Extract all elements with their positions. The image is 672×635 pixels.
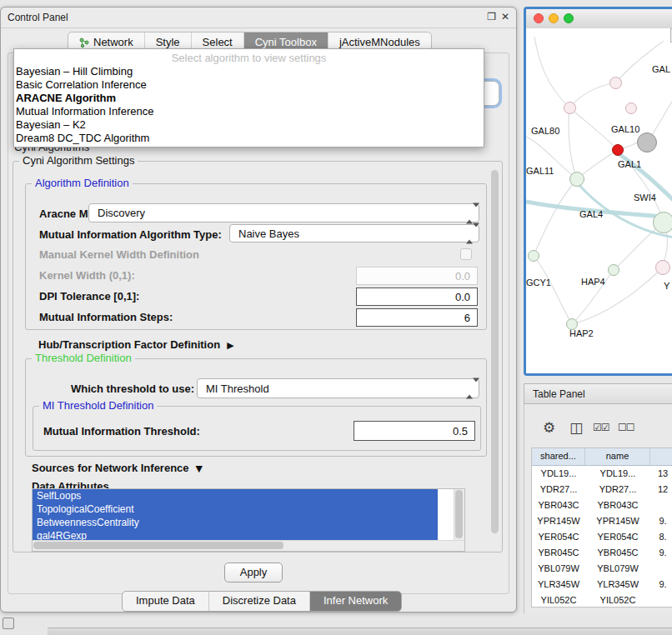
zoom-traffic-light-icon[interactable] — [564, 13, 574, 23]
collapsed-panel-icon[interactable] — [3, 618, 14, 629]
aracne-mode-value: Discovery — [98, 207, 145, 219]
cell: YBR045C — [532, 545, 585, 561]
dropdown-item-basic-correlation[interactable]: Basic Correlation Inference — [14, 78, 484, 92]
hub-definition-label: Hub/Transcription Factor Definition — [38, 338, 220, 351]
list-item[interactable]: TopologicalCoefficient — [33, 502, 438, 516]
manual-kernel-width-checkbox[interactable] — [460, 248, 472, 260]
node-label-y-clipped: Y — [664, 281, 669, 291]
window-title: Control Panel — [8, 12, 68, 23]
control-panel-window: Control Panel ❐ ✕ Network Style Select C… — [0, 7, 517, 612]
network-node[interactable] — [608, 264, 619, 276]
disclosure-down-icon[interactable]: ▼ — [196, 463, 203, 474]
network-view-window: GAL80 GAL10 GAL11 GAL1 SWI4 GAL4 GCY1 HA… — [524, 7, 672, 376]
float-window-icon[interactable]: ❐ — [487, 11, 496, 22]
node-label-gal80: GAL80 — [531, 126, 559, 136]
cell: 13 — [650, 466, 672, 482]
cell: YLR345W — [532, 577, 585, 592]
node-label-gal10: GAL10 — [611, 124, 639, 134]
mi-algorithm-type-combobox[interactable]: Naive Bayes — [229, 224, 479, 242]
table-row[interactable]: YBR045C YBR045C 9. — [532, 545, 672, 561]
close-window-icon[interactable]: ✕ — [501, 11, 509, 22]
column-header-shared-name[interactable]: shared... — [532, 448, 585, 465]
cyni-algorithm-settings-group: Cyni Algorithm Settings Algorithm Defini… — [13, 161, 503, 552]
network-node[interactable] — [655, 260, 670, 275]
column-header-clipped[interactable] — [650, 448, 672, 465]
list-vertical-scrollbar[interactable] — [454, 489, 464, 541]
aracne-mode-combobox[interactable]: Discovery — [88, 203, 479, 222]
unselect-all-columns-icon[interactable]: ☐☐ — [618, 422, 634, 433]
table-row[interactable]: YDR27... YDR27... 12 — [532, 482, 672, 498]
kernel-width-value: 0.0 — [455, 270, 470, 282]
threshold-definition-title: Threshold Definition — [32, 352, 135, 364]
network-canvas[interactable]: GAL80 GAL10 GAL11 GAL1 SWI4 GAL4 GCY1 HA… — [526, 28, 672, 373]
table-row[interactable]: YBL079W YBL079W — [532, 561, 672, 577]
dropdown-item-bayesian-hill-climbing[interactable]: Bayesian – Hill Climbing — [14, 65, 484, 78]
hub-definition-disclosure[interactable]: Hub/Transcription Factor Definition▶ — [38, 338, 234, 351]
which-threshold-combobox[interactable]: MI Threshold — [197, 378, 479, 398]
list-horizontal-scrollbar[interactable] — [33, 540, 464, 551]
table-row[interactable]: YDL19... YDL19... 13 — [532, 466, 672, 482]
data-attributes-list: SelfLoops TopologicalCoefficient Between… — [32, 488, 465, 552]
network-window-titlebar[interactable] — [526, 9, 672, 29]
table-row[interactable]: YIL052C YIL052C — [532, 592, 672, 608]
network-node[interactable] — [653, 212, 672, 233]
algorithm-definition-title: Algorithm Definition — [32, 177, 133, 189]
combo-arrows-icon — [466, 207, 474, 219]
mi-threshold-group-title: MI Threshold Definition — [39, 399, 157, 412]
dropdown-item-aracne[interactable]: ARACNE Algorithm — [14, 92, 484, 105]
cell: YIL052C — [532, 592, 585, 608]
dropdown-item-dream8[interactable]: Dream8 DC_TDC Algorithm — [14, 132, 484, 145]
list-item[interactable]: SelfLoops — [33, 489, 438, 502]
list-item[interactable]: BetweennessCentrality — [33, 516, 438, 529]
mi-steps-field[interactable]: 6 — [356, 308, 478, 327]
tab-discretize-data[interactable]: Discretize Data — [209, 592, 310, 611]
tab-infer-network[interactable]: Infer Network — [310, 592, 401, 611]
cell: 9. — [650, 513, 672, 529]
close-traffic-light-icon[interactable] — [534, 13, 544, 23]
column-header-name[interactable]: name — [585, 448, 650, 465]
node-table: shared... name YDL19... YDL19... 13 YDR2… — [531, 448, 672, 608]
network-node-gray[interactable] — [637, 132, 657, 152]
cell: YER054C — [532, 529, 585, 545]
table-row[interactable]: YBR043C YBR043C — [532, 498, 672, 513]
network-node[interactable] — [569, 172, 584, 187]
network-node[interactable] — [528, 250, 539, 262]
show-columns-icon[interactable]: ◫ — [569, 419, 583, 436]
cell: YBR043C — [585, 498, 650, 513]
table-panel-titlebar[interactable]: Table Panel — [524, 383, 672, 404]
table-row[interactable]: YER054C YER054C 8. — [532, 529, 672, 545]
bottom-panel-edge — [48, 628, 672, 635]
network-node[interactable] — [625, 102, 637, 114]
cell: YDR27... — [532, 482, 585, 498]
dpi-tolerance-field[interactable]: 0.0 — [356, 288, 478, 306]
table-settings-gear-icon[interactable]: ⚙ — [543, 419, 555, 436]
network-node-gal10-red[interactable] — [612, 144, 624, 156]
kernel-width-field[interactable]: 0.0 — [356, 267, 478, 285]
kernel-width-label: Kernel Width (0,1): — [39, 269, 135, 282]
select-all-columns-icon[interactable]: ☑☑ — [593, 422, 609, 433]
table-row[interactable]: YLR345W YLR345W 9. — [532, 577, 672, 592]
table-row[interactable]: YPR145W YPR145W 9. — [532, 513, 672, 529]
network-tab-icon — [79, 38, 89, 48]
cell: YLR345W — [585, 577, 650, 592]
dropdown-item-mutual-information[interactable]: Mutual Information Inference — [14, 105, 484, 118]
algorithm-dropdown-popup: Select algorithm to view settings Bayesi… — [13, 48, 484, 148]
mi-threshold-field[interactable]: 0.5 — [354, 421, 475, 441]
apply-button[interactable]: Apply — [224, 562, 283, 582]
sources-label: Sources for Network Inference — [32, 462, 189, 474]
sources-disclosure[interactable]: Sources for Network Inference▼ — [32, 462, 203, 474]
settings-scrollbar[interactable] — [491, 170, 499, 533]
node-label-gal-clipped: GAL — [652, 64, 670, 74]
mi-threshold-label: Mutual Information Threshold: — [43, 425, 200, 438]
tab-impute-data[interactable]: Impute Data — [123, 592, 209, 611]
node-label-gal1: GAL1 — [618, 159, 641, 169]
network-node[interactable] — [564, 102, 576, 114]
minimize-traffic-light-icon[interactable] — [549, 13, 559, 23]
control-panel-titlebar[interactable]: Control Panel ❐ ✕ — [1, 8, 516, 28]
dropdown-item-bayesian-k2[interactable]: Bayesian – K2 — [14, 118, 484, 132]
settings-group-title: Cyni Algorithm Settings — [19, 154, 138, 167]
cell: YER054C — [585, 529, 650, 545]
cell: 9. — [650, 545, 672, 561]
network-node[interactable] — [609, 77, 622, 89]
disclosure-right-icon[interactable]: ▶ — [227, 340, 233, 351]
